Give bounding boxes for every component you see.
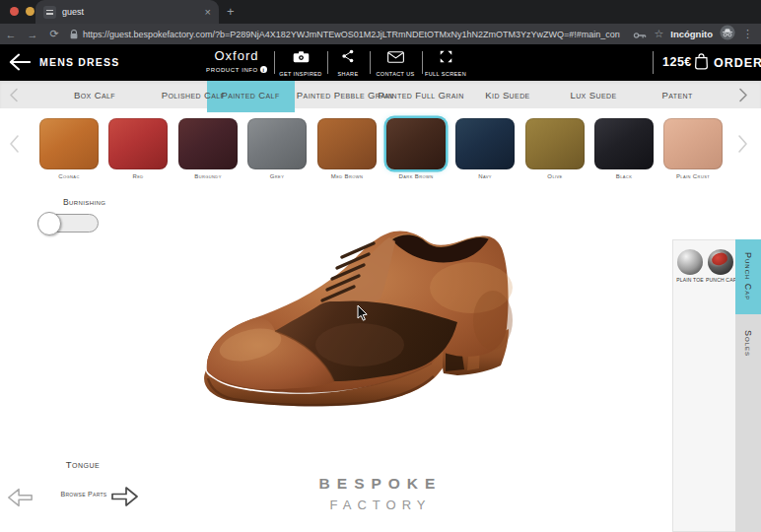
envelope-icon [387, 49, 404, 67]
swatch-olive[interactable] [525, 118, 585, 169]
share-button[interactable]: SHARE [328, 49, 368, 77]
browse-parts-label: Browse Parts [51, 491, 116, 498]
price-label: 125€ [662, 55, 692, 69]
reload-icon[interactable]: ⟳ [43, 28, 65, 40]
browse-parts-next-button[interactable] [110, 482, 140, 511]
contact-us-button[interactable]: CONTACT US [371, 49, 420, 77]
logo-line1: BESPOKE [282, 475, 479, 493]
incognito-badge-icon [720, 25, 735, 44]
camera-icon [293, 49, 310, 67]
new-tab-button[interactable]: + [227, 4, 235, 19]
leather-tab-painted-full-grain[interactable]: Painted Full Grain [378, 81, 463, 108]
logo-line2: FACTORY [282, 498, 479, 512]
product-info-label: PRODUCT INFO [206, 67, 258, 73]
tab-soles[interactable]: Soles [735, 314, 761, 403]
leather-tab-kid-suede[interactable]: Kid Suede [485, 81, 529, 108]
forward-nav-icon[interactable]: → [22, 29, 43, 40]
full-screen-label: FULL SCREEN [425, 71, 466, 77]
swatch-black[interactable] [594, 118, 654, 169]
tab-punch-cap[interactable]: Punch Cap [735, 239, 761, 314]
swatch-med-brown[interactable] [317, 118, 377, 169]
current-part-label: Tongue [41, 459, 124, 470]
leather-tab-patent[interactable]: Patent [661, 81, 692, 108]
shoe-render [177, 227, 591, 424]
leather-tab-lux-suede[interactable]: Lux Suede [570, 81, 616, 108]
share-label: SHARE [338, 71, 359, 77]
plain-toe-label: PLAIN TOE [675, 277, 705, 283]
order-button[interactable]: ORDER [694, 52, 761, 74]
swatch-cognac[interactable] [39, 118, 99, 169]
get-inspired-label: GET INSPIRED [279, 71, 322, 77]
model-block: Oxford PRODUCT INFO i [197, 48, 276, 73]
side-tab-column: Punch Cap Soles [735, 239, 761, 532]
brand-logo: BESPOKE FACTORY [282, 475, 479, 512]
swatch-label: Dark Brown [377, 173, 455, 179]
leather-type-strip: Box Calf Polished Calf Painted Calf Pain… [0, 81, 761, 108]
fullscreen-icon [440, 49, 452, 67]
info-icon: i [260, 66, 267, 73]
back-nav-icon[interactable]: ← [0, 29, 22, 40]
browse-parts-prev-button[interactable] [6, 484, 34, 511]
leather-scroll-left-icon[interactable] [9, 88, 19, 102]
swatch-label: Red [99, 173, 177, 179]
swatch-navy[interactable] [455, 118, 515, 169]
swatch-label: Grey [238, 173, 316, 179]
browser-tab[interactable]: guest × [35, 0, 219, 24]
app-window: guest × + ← → ⟳ https://guest.bespokefac… [0, 0, 761, 532]
product-info-button[interactable]: PRODUCT INFO i [197, 66, 276, 73]
punch-cap-sphere-icon [708, 249, 733, 275]
swatch-scroll-left-icon[interactable] [8, 134, 20, 154]
leather-scroll-right-icon[interactable] [738, 88, 748, 102]
site-header: MENS DRESS Oxford PRODUCT INFO i GET INS… [0, 44, 761, 81]
tab-punch-cap-label: Punch Cap [743, 252, 753, 300]
share-icon [341, 49, 355, 67]
swatch-grey[interactable] [247, 118, 307, 169]
close-tab-icon[interactable]: × [205, 7, 211, 18]
incognito-label: Incógnito [670, 29, 713, 39]
burnishing-toggle[interactable] [37, 214, 99, 233]
swatch-label: Burgundy [169, 173, 247, 179]
browser-tabstrip: guest × + [0, 0, 761, 24]
header-divider [653, 51, 654, 74]
plain-toe-sphere-icon [677, 249, 703, 275]
shopping-bag-icon [694, 52, 709, 74]
swatch-label: Cognac [30, 173, 108, 179]
site-favicon-icon [43, 6, 56, 19]
close-window-button[interactable] [10, 7, 19, 16]
swatch-scroll-right-icon[interactable] [737, 134, 749, 154]
minimize-window-button[interactable] [26, 7, 35, 16]
burnishing-label: Burnishing [63, 197, 105, 207]
swatch-label: Plain Crust [654, 173, 732, 179]
leather-tab-polished-calf[interactable]: Polished Calf [162, 81, 226, 108]
punch-cap-label: PUNCH CAP [706, 277, 735, 283]
contact-us-label: CONTACT US [376, 71, 414, 77]
swatch-label: Olive [516, 173, 594, 179]
toggle-knob[interactable] [37, 212, 61, 235]
browser-menu-icon[interactable]: ⋮ [742, 28, 753, 40]
swatch-dark-brown[interactable] [386, 118, 446, 169]
full-screen-button[interactable]: FULL SCREEN [423, 49, 468, 77]
swatch-label: Black [585, 173, 663, 179]
toe-style-panel: PLAIN TOE PUNCH CAP [672, 239, 735, 532]
lock-icon[interactable] [65, 26, 83, 43]
collection-title: MENS DRESS [39, 56, 119, 68]
model-name: Oxford [197, 48, 276, 63]
shoe-viewport[interactable] [177, 227, 591, 424]
option-plain-toe[interactable]: PLAIN TOE [675, 249, 705, 283]
tab-soles-label: Soles [743, 330, 753, 403]
swatch-plain-crust[interactable] [663, 118, 723, 169]
password-key-icon[interactable] [633, 26, 647, 43]
swatch-burgundy[interactable] [178, 118, 238, 169]
option-punch-cap[interactable]: PUNCH CAP [706, 249, 735, 283]
order-label: ORDER [714, 56, 761, 70]
url-bar[interactable]: https://guest.bespokefactory.com/?b=P289… [83, 30, 620, 39]
swatch-label: Navy [446, 173, 524, 179]
swatch-red[interactable] [108, 118, 168, 169]
leather-tab-box-calf[interactable]: Box Calf [74, 81, 115, 108]
bookmark-star-icon[interactable]: ☆ [654, 28, 663, 40]
browser-toolbar: ← → ⟳ https://guest.bespokefactory.com/?… [0, 24, 761, 44]
get-inspired-button[interactable]: GET INSPIRED [275, 49, 326, 77]
leather-tab-painted-calf[interactable]: Painted Calf [221, 81, 279, 108]
back-button[interactable] [6, 50, 34, 74]
tab-title: guest [62, 7, 199, 17]
